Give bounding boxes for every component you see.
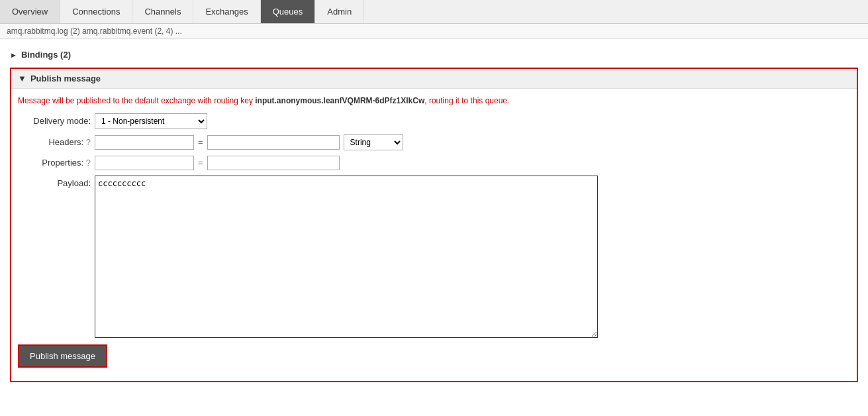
publish-message-section: ▼ Publish message Message will be publis… <box>10 68 858 382</box>
routing-info-prefix: Message will be published to the default… <box>18 96 255 105</box>
bindings-section-header[interactable]: ► Bindings (2) <box>10 46 858 64</box>
nav-exchanges[interactable]: Exchanges <box>193 0 260 23</box>
main-content: ► Bindings (2) ▼ Publish message Message… <box>0 39 868 389</box>
headers-key-input[interactable] <box>95 135 194 150</box>
routing-info-suffix: , routing it to this queue. <box>424 96 509 105</box>
properties-key-input[interactable] <box>95 156 194 170</box>
nav-admin[interactable]: Admin <box>315 0 364 23</box>
properties-value-input[interactable] <box>207 156 340 170</box>
payload-label: Payload: <box>18 176 91 188</box>
properties-help-icon[interactable]: ? <box>86 158 91 168</box>
delivery-mode-label: Delivery mode: <box>18 116 91 126</box>
publish-message-button[interactable]: Publish message <box>18 344 107 368</box>
properties-row: Properties: ? = <box>18 156 850 170</box>
nav-channels[interactable]: Channels <box>132 0 193 23</box>
sub-header: amq.rabbitmq.log (2) amq.rabbitmq.event … <box>0 24 868 39</box>
routing-info: Message will be published to the default… <box>18 95 850 107</box>
top-navigation: Overview Connections Channels Exchanges … <box>0 0 868 24</box>
headers-row: Headers: ? = String Number Boolean <box>18 134 850 150</box>
headers-label: Headers: ? <box>18 137 91 147</box>
headers-type-select[interactable]: String Number Boolean <box>344 134 403 150</box>
publish-arrow-icon: ▼ <box>18 74 26 83</box>
properties-label: Properties: ? <box>18 158 91 168</box>
bindings-label: Bindings (2) <box>21 50 71 60</box>
routing-key: input.anonymous.leanfVQMRM-6dPfz1XIkCw <box>255 96 424 105</box>
publish-button-container: Publish message <box>18 344 850 374</box>
headers-help-icon[interactable]: ? <box>86 137 91 147</box>
publish-section-title: Publish message <box>30 74 101 83</box>
bindings-arrow-icon: ► <box>10 51 17 59</box>
headers-equals-sign: = <box>198 137 203 147</box>
headers-value-input[interactable] <box>207 135 340 150</box>
publish-section-header[interactable]: ▼ Publish message <box>11 69 857 89</box>
delivery-mode-select[interactable]: 1 - Non-persistent 2 - Persistent <box>95 113 207 129</box>
payload-textarea[interactable]: cccccccccc <box>95 176 598 338</box>
payload-row: Payload: cccccccccc <box>18 176 850 338</box>
nav-queues[interactable]: Queues <box>261 0 316 23</box>
delivery-mode-row: Delivery mode: 1 - Non-persistent 2 - Pe… <box>18 113 850 129</box>
properties-equals-sign: = <box>198 158 203 168</box>
publish-body: Message will be published to the default… <box>11 89 857 381</box>
nav-connections[interactable]: Connections <box>60 0 132 23</box>
nav-overview[interactable]: Overview <box>0 0 60 23</box>
